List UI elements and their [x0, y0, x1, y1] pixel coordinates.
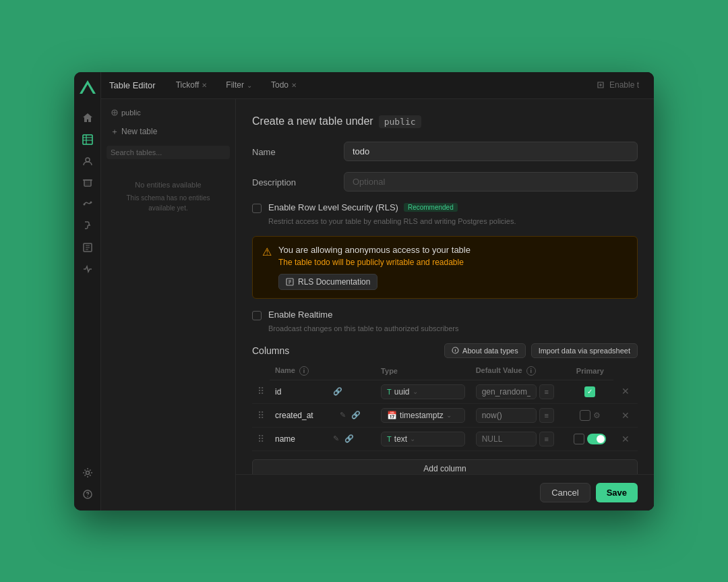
drag-handle-id[interactable]: ⠿ [257, 386, 264, 397]
columns-title: Columns [252, 345, 289, 356]
table-row: ⠿ 🔗 T [252, 380, 638, 403]
col-link-icon-name[interactable]: 🔗 [343, 433, 355, 444]
col-name-input-id[interactable] [275, 387, 329, 397]
col-edit-icon-created-at[interactable]: ✎ [338, 409, 347, 421]
no-entities-title: No entities available [113, 179, 223, 191]
sidebar-item-table[interactable] [78, 130, 97, 149]
type-arrow-created-at: ⌄ [446, 411, 452, 419]
primary-checkbox-created-at[interactable] [580, 410, 590, 421]
rls-doc-button[interactable]: RLS Documentation [278, 274, 377, 290]
table-row: ⠿ ✎ 🔗 [252, 403, 638, 427]
name-input[interactable] [344, 142, 638, 161]
sidebar [74, 72, 101, 511]
type-select-created-at[interactable]: 📅 timestamptz ⌄ [381, 408, 465, 423]
primary-checkbox-name[interactable] [574, 434, 584, 444]
default-input-name[interactable] [476, 432, 537, 446]
search-tables-input[interactable]: Search tables... [107, 146, 230, 159]
drag-handle-name[interactable]: ⠿ [257, 434, 264, 444]
about-data-types-button[interactable]: About data types [444, 343, 526, 358]
columns-table: Name i Type Default Value i [252, 366, 638, 451]
col-name-cell-id: 🔗 [275, 386, 370, 397]
type-select-name[interactable]: T text ⌄ [381, 432, 465, 446]
no-entities-desc: This schema has no entities available ye… [113, 193, 223, 213]
col-header-type: Type [375, 366, 471, 380]
col-link-icon-id[interactable]: 🔗 [332, 386, 344, 397]
app-window: Table Editor Tickoff ✕ Filter ⌄ Todo ✕ E… [74, 72, 654, 511]
name-form-row: Name [252, 142, 638, 161]
col-name-input-name[interactable] [275, 434, 329, 444]
schema-label: public [121, 109, 141, 117]
delete-col-id[interactable]: ✕ [619, 384, 632, 398]
sidebar-item-logs[interactable] [78, 238, 97, 257]
col-menu-created-at[interactable]: ≡ [539, 408, 554, 423]
cal-icon-created-at: 📅 [387, 411, 397, 420]
type-text-icon: T [387, 388, 392, 396]
sidebar-item-settings[interactable] [78, 463, 97, 482]
type-arrow-id: ⌄ [413, 388, 418, 395]
tab-tickoff[interactable]: Tickoff ✕ [169, 78, 214, 92]
nullable-knob-name [597, 435, 605, 443]
drag-handle-created-at[interactable]: ⠿ [257, 410, 264, 421]
sidebar-item-functions[interactable] [78, 216, 97, 235]
realtime-checkbox[interactable] [252, 311, 262, 320]
tab-filter[interactable]: Filter ⌄ [219, 78, 259, 92]
import-spreadsheet-button[interactable]: Import data via spreadsheet [531, 343, 638, 358]
sidebar-item-help[interactable] [78, 485, 97, 504]
primary-checkbox-id[interactable]: ✓ [584, 386, 595, 397]
tab-close-tickoff[interactable]: ✕ [202, 82, 207, 89]
sidebar-item-home[interactable] [78, 109, 97, 127]
tab-todo[interactable]: Todo ✕ [264, 78, 303, 92]
top-bar: Table Editor Tickoff ✕ Filter ⌄ Todo ✕ E… [101, 72, 654, 99]
default-input-id[interactable] [476, 384, 537, 399]
sidebar-item-auth[interactable] [78, 152, 97, 171]
table-row: ⠿ ✎ 🔗 [252, 427, 638, 450]
type-text-icon-name: T [387, 435, 392, 443]
delete-col-created-at[interactable]: ✕ [619, 409, 632, 422]
default-info-icon[interactable]: i [526, 366, 536, 376]
col-header-default: Default Value i [471, 366, 567, 380]
schema-header: public [107, 106, 230, 119]
sidebar-item-realtime[interactable] [78, 195, 97, 214]
columns-actions: About data types Import data via spreads… [444, 343, 638, 358]
type-value-name: text [394, 434, 407, 444]
name-label: Name [252, 142, 333, 157]
default-input-created-at[interactable] [476, 408, 537, 423]
col-link-icon-created-at[interactable]: 🔗 [350, 409, 362, 421]
main-area: Table Editor Tickoff ✕ Filter ⌄ Todo ✕ E… [101, 72, 654, 511]
app-logo [78, 79, 97, 98]
name-info-icon[interactable]: i [299, 366, 309, 376]
new-table-plus-icon: ＋ [111, 126, 119, 138]
rls-label: Enable Row Level Security (RLS) Recommen… [268, 202, 458, 212]
rls-checkbox[interactable] [252, 204, 262, 213]
new-table-button[interactable]: ＋ New table [107, 123, 230, 140]
type-select-id[interactable]: T uuid ⌄ [381, 384, 465, 399]
modal-footer: Cancel Save [236, 474, 654, 511]
type-arrow-name: ⌄ [410, 435, 415, 442]
col-menu-id[interactable]: ≡ [539, 384, 554, 399]
col-name-cell-name: ✎ 🔗 [275, 433, 370, 444]
svg-point-6 [86, 158, 90, 162]
check-mark-id: ✓ [587, 388, 593, 395]
description-input[interactable] [344, 172, 638, 192]
content-split: public ＋ New table Search tables... No e… [101, 99, 654, 511]
nullable-toggle-name[interactable] [587, 434, 606, 444]
left-panel: public ＋ New table Search tables... No e… [101, 99, 236, 511]
delete-col-name[interactable]: ✕ [619, 432, 632, 446]
cancel-button[interactable]: Cancel [540, 483, 590, 502]
tab-close-todo[interactable]: ✕ [291, 82, 297, 89]
col-menu-name[interactable]: ≡ [539, 432, 554, 446]
no-entities-message: No entities available This schema has no… [107, 166, 230, 227]
realtime-section: Enable Realtime Broadcast changes on thi… [252, 310, 638, 332]
settings-icon-created-at[interactable]: ⚙ [593, 411, 601, 420]
sidebar-item-storage[interactable] [78, 173, 97, 192]
save-button[interactable]: Save [596, 483, 638, 502]
tab-enable[interactable]: Enable t [590, 78, 646, 92]
col-name-input-created-at[interactable] [275, 411, 336, 420]
col-name-cell-created-at: ✎ 🔗 [275, 409, 370, 421]
realtime-label: Enable Realtime [268, 310, 332, 320]
rls-checkbox-row: Enable Row Level Security (RLS) Recommen… [252, 202, 638, 213]
col-edit-icon-name[interactable]: ✎ [332, 433, 340, 444]
search-placeholder: Search tables... [111, 148, 162, 156]
sidebar-item-api[interactable] [78, 260, 97, 279]
tab-filter-arrow[interactable]: ⌄ [247, 82, 252, 89]
